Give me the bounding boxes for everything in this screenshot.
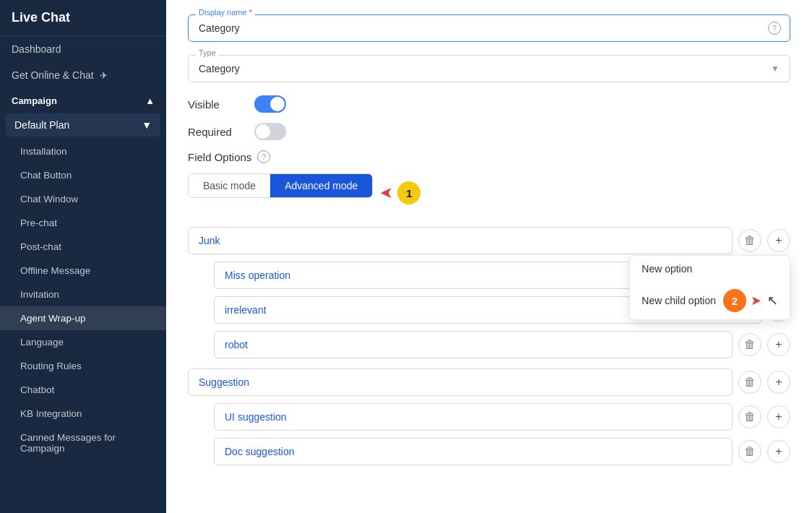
option-suggestion-row: 🗑 +	[188, 368, 790, 396]
type-label: Type	[196, 48, 219, 57]
sidebar-item-label: Agent Wrap-up	[20, 313, 86, 324]
sidebar-item-installation[interactable]: Installation	[0, 139, 166, 163]
option-junk-row: 🗑 + New option New child option 2 ➤	[188, 227, 790, 254]
option-robot-row: 🗑 +	[188, 331, 790, 358]
sidebar-item-chat-button[interactable]: Chat Button	[0, 163, 166, 187]
visible-label: Visible	[188, 98, 246, 111]
option-suggestion-input[interactable]	[188, 368, 733, 396]
display-name-value: Category	[199, 22, 240, 34]
required-star: *	[249, 8, 252, 17]
add-suggestion-button[interactable]: +	[767, 371, 790, 394]
sidebar-item-label: Invitation	[20, 289, 59, 300]
sidebar-item-label: Dashboard	[12, 43, 61, 55]
add-junk-wrapper: + New option New child option 2 ➤ ↖	[767, 229, 790, 252]
required-toggle[interactable]	[254, 123, 286, 140]
sidebar-item-label: Chat Window	[20, 194, 78, 204]
sidebar-item-label: Pre-chat	[20, 217, 57, 228]
option-ui-suggestion-row: 🗑 +	[188, 403, 790, 431]
option-robot-input[interactable]	[214, 331, 733, 358]
option-ui-suggestion-input[interactable]	[214, 403, 733, 431]
sidebar-item-chatbot[interactable]: Chatbot	[0, 378, 166, 402]
send-icon: ✈	[100, 70, 108, 81]
delete-ui-suggestion-button[interactable]: 🗑	[738, 405, 761, 428]
tab-annotation-row: Basic mode Advanced mode ➤ 1	[188, 173, 790, 212]
display-name-group: Display name * Category ?	[188, 14, 790, 42]
content-area: Display name * Category ? Type Category …	[166, 0, 812, 513]
add-robot-child-button[interactable]: +	[767, 333, 790, 356]
step2-badge: 2	[723, 289, 746, 312]
type-field[interactable]: Type Category ▼	[188, 55, 790, 82]
campaign-plan-selector[interactable]: Default Plan ▼	[6, 113, 160, 137]
sidebar-item-label: Chatbot	[20, 384, 54, 395]
chevron-up-icon: ▲	[145, 95, 155, 106]
add-ui-suggestion-child-button[interactable]: +	[767, 405, 790, 428]
sidebar-item-chat-window[interactable]: Chat Window	[0, 187, 166, 211]
sidebar-section-campaign[interactable]: Campaign ▲	[0, 88, 166, 111]
sidebar-item-label: Canned Messages for Campaign	[20, 432, 116, 454]
tab-advanced-mode[interactable]: Advanced mode	[270, 174, 372, 197]
visible-toggle[interactable]	[254, 95, 286, 113]
option-junk-section: 🗑 + New option New child option 2 ➤	[188, 227, 790, 358]
sidebar: Live Chat Dashboard Get Online & Chat ✈ …	[0, 0, 166, 513]
main-content: Display name * Category ? Type Category …	[166, 0, 812, 513]
chevron-down-icon: ▼	[142, 119, 152, 131]
sidebar-item-post-chat[interactable]: Post-chat	[0, 235, 166, 259]
sidebar-item-invitation[interactable]: Invitation	[0, 283, 166, 306]
required-toggle-knob	[256, 124, 270, 139]
display-name-label: Display name *	[196, 8, 255, 17]
mode-tab-group: Basic mode Advanced mode	[188, 173, 373, 198]
sidebar-item-label: Routing Rules	[20, 361, 82, 371]
new-child-option-item[interactable]: New child option 2 ➤ ↖	[630, 282, 790, 319]
arrow-left-icon: ➤	[380, 184, 393, 202]
option-doc-suggestion-row: 🗑 +	[188, 438, 790, 465]
sidebar-item-canned-messages[interactable]: Canned Messages for Campaign	[0, 426, 166, 460]
sidebar-item-label: KB Integration	[20, 408, 82, 419]
sidebar-item-language[interactable]: Language	[0, 330, 166, 354]
option-junk-input[interactable]	[188, 227, 733, 254]
sidebar-item-dashboard[interactable]: Dashboard	[0, 36, 166, 62]
field-options-help-icon[interactable]: ?	[257, 150, 270, 163]
sidebar-item-offline-message[interactable]: Offline Message	[0, 259, 166, 283]
add-doc-suggestion-child-button[interactable]: +	[767, 440, 790, 463]
sidebar-item-label: Language	[20, 337, 64, 348]
delete-robot-button[interactable]: 🗑	[738, 333, 761, 356]
type-value: Category	[199, 63, 240, 74]
field-options-title: Field Options	[188, 151, 251, 163]
type-group: Type Category ▼	[188, 55, 790, 82]
arrow-right-icon: ➤	[751, 293, 761, 309]
sidebar-item-label: Post-chat	[20, 241, 61, 252]
display-name-field[interactable]: Display name * Category ?	[188, 14, 790, 42]
tab-basic-mode[interactable]: Basic mode	[189, 174, 270, 197]
sidebar-item-kb-integration[interactable]: KB Integration	[0, 402, 166, 426]
required-label: Required	[188, 126, 246, 138]
add-option-dropdown: New option New child option 2 ➤ ↖	[629, 255, 790, 320]
app-title: Live Chat	[0, 0, 166, 36]
sidebar-item-label: Chat Button	[20, 170, 72, 181]
step2-annotation: 2 ➤ ↖	[723, 289, 778, 312]
sidebar-item-get-online[interactable]: Get Online & Chat ✈	[0, 62, 166, 88]
new-option-item[interactable]: New option	[630, 256, 790, 282]
sidebar-item-pre-chat[interactable]: Pre-chat	[0, 211, 166, 235]
dropdown-arrow-icon: ▼	[771, 64, 779, 74]
sidebar-item-label: Installation	[20, 146, 67, 157]
delete-suggestion-button[interactable]: 🗑	[738, 371, 761, 394]
step1-badge: 1	[397, 181, 420, 204]
option-suggestion-section: 🗑 + 🗑 + 🗑 +	[188, 368, 790, 465]
section-label: Campaign	[12, 95, 57, 106]
sidebar-item-agent-wrapup[interactable]: Agent Wrap-up	[0, 306, 166, 330]
step1-annotation: ➤ 1	[380, 181, 420, 204]
sidebar-item-label: Get Online & Chat	[12, 69, 94, 81]
help-icon-display[interactable]: ?	[768, 22, 781, 35]
field-options-header: Field Options ?	[188, 150, 790, 163]
required-row: Required	[188, 123, 790, 140]
sidebar-item-label: Offline Message	[20, 265, 90, 276]
sidebar-item-routing-rules[interactable]: Routing Rules	[0, 354, 166, 378]
option-doc-suggestion-input[interactable]	[214, 438, 733, 465]
plan-label: Default Plan	[14, 119, 69, 131]
delete-junk-button[interactable]: 🗑	[738, 229, 761, 252]
visible-row: Visible	[188, 95, 790, 113]
visible-toggle-knob	[270, 97, 285, 111]
delete-doc-suggestion-button[interactable]: 🗑	[738, 440, 761, 463]
cursor-icon: ↖	[767, 293, 778, 309]
add-junk-button[interactable]: +	[767, 229, 790, 252]
